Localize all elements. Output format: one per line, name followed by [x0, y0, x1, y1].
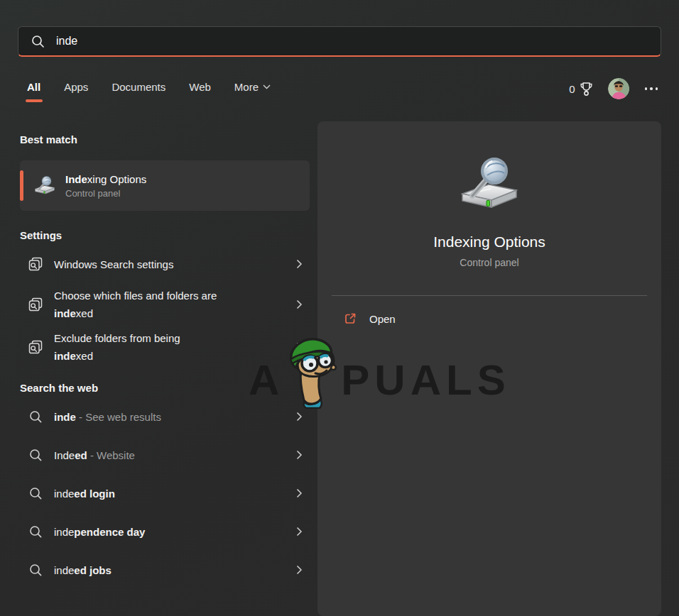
chevron-down-icon	[263, 84, 271, 89]
search-settings-icon	[27, 339, 44, 356]
web-result-indeed-login[interactable]: indeed login	[20, 478, 310, 509]
result-preview-panel: Indexing Options Control panel Open	[317, 121, 661, 616]
search-icon	[29, 487, 43, 500]
indexing-options-icon-large	[454, 151, 525, 216]
settings-result-exclude-indexed[interactable]: Exclude folders from being indexed	[20, 329, 310, 365]
expand-chevron-button[interactable]	[292, 446, 307, 464]
tab-web[interactable]: Web	[189, 81, 211, 93]
selection-accent-bar	[20, 170, 23, 201]
preview-title: Indexing Options	[433, 233, 545, 251]
settings-result-choose-indexed[interactable]: Choose which files and folders are index…	[20, 287, 310, 322]
expand-chevron-button[interactable]	[292, 561, 307, 579]
preview-subtitle: Control panel	[460, 257, 518, 268]
active-tab-underline	[26, 99, 43, 102]
best-match-title: Indexing Options	[65, 173, 146, 185]
expand-chevron-button[interactable]	[292, 295, 307, 314]
best-match-subtitle: Control panel	[65, 188, 146, 199]
settings-result-windows-search-settings[interactable]: Windows Search settings	[20, 248, 310, 280]
search-the-web-header: Search the web	[20, 382, 310, 394]
indexing-options-icon	[33, 174, 57, 198]
web-result-see-web-results[interactable]: inde - See web results	[20, 401, 310, 432]
tab-apps[interactable]: Apps	[64, 81, 88, 93]
user-avatar[interactable]	[608, 78, 629, 99]
expand-chevron-button[interactable]	[292, 484, 307, 502]
web-result-indeed-jobs[interactable]: indeed jobs	[20, 554, 310, 585]
external-link-icon	[343, 312, 357, 326]
header-actions: 0	[569, 78, 659, 99]
search-settings-icon	[27, 296, 44, 313]
web-result-independence-day[interactable]: independence day	[20, 516, 310, 547]
settings-header: Settings	[20, 229, 310, 241]
search-icon	[29, 525, 43, 539]
expand-chevron-button[interactable]	[292, 338, 307, 356]
open-label: Open	[369, 313, 396, 325]
avatar-photo	[608, 78, 629, 99]
search-bar[interactable]	[18, 26, 661, 57]
tab-all[interactable]: All	[27, 81, 40, 93]
expand-chevron-button[interactable]	[292, 522, 307, 541]
search-input[interactable]	[56, 35, 648, 48]
search-filter-tabs: All Apps Documents Web More	[27, 81, 271, 93]
best-match-header: Best match	[20, 133, 310, 145]
open-action[interactable]: Open	[326, 304, 653, 333]
best-match-result[interactable]: Indexing Options Control panel	[20, 160, 310, 211]
search-settings-icon	[27, 255, 44, 273]
expand-chevron-button[interactable]	[292, 255, 307, 273]
web-result-indeed-website[interactable]: Indeed - Website	[20, 439, 310, 471]
search-icon	[29, 563, 43, 577]
more-options-button[interactable]	[643, 83, 660, 94]
rewards-count: 0	[569, 83, 575, 95]
tab-documents[interactable]: Documents	[112, 81, 165, 93]
search-icon	[29, 449, 43, 462]
preview-divider	[332, 295, 647, 296]
search-results-panel: Best match Indexing Options Control pane…	[20, 133, 310, 585]
rewards-button[interactable]: 0	[569, 81, 593, 97]
search-icon	[31, 35, 45, 48]
trophy-icon	[579, 81, 594, 97]
expand-chevron-button[interactable]	[292, 407, 307, 426]
tab-more[interactable]: More	[234, 81, 271, 93]
search-icon	[29, 410, 43, 424]
